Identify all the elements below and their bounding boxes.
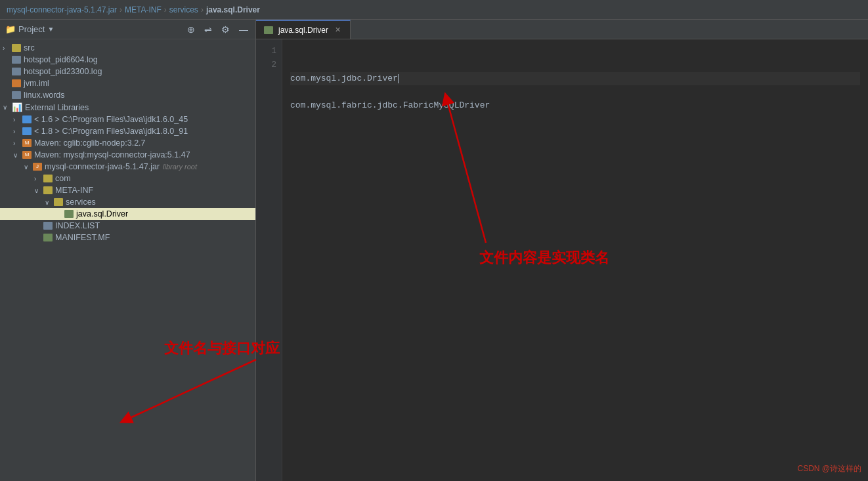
tree-item-jdk18[interactable]: › < 1.8 > C:\Program Files\Java\jdk1.8.0… — [0, 125, 255, 137]
driver-label: java.sql.Driver — [76, 209, 128, 219]
breadcrumb-current: java.sql.Driver — [206, 5, 260, 14]
linux-arrow — [3, 92, 12, 99]
line-num-1: 1 — [261, 45, 276, 58]
tab-file-icon — [264, 26, 273, 34]
tree-item-manifest[interactable]: MANIFEST.MF — [0, 232, 255, 243]
breadcrumb-sep-2: › — [164, 5, 167, 14]
sidebar-tree: › src hotspot_pid6604.log hotspot_pid233… — [0, 39, 255, 481]
jdk18-label: < 1.8 > C:\Program Files\Java\jdk1.8.0_9… — [34, 127, 188, 136]
tree-item-hotspot1[interactable]: hotspot_pid6604.log — [0, 54, 255, 66]
tree-item-maven-cglib[interactable]: › M Maven: cglib:cglib-nodep:3.2.7 — [0, 137, 255, 149]
jdk18-arrow: › — [13, 128, 22, 135]
add-panel-button[interactable]: ⊕ — [185, 24, 197, 35]
jdk16-label: < 1.6 > C:\Program Files\Java\jdk1.6.0_4… — [34, 115, 188, 124]
hotspot2-arrow — [3, 68, 12, 75]
tab-java-sql-driver[interactable]: java.sql.Driver ✕ — [256, 20, 351, 39]
driver-arrow — [55, 211, 64, 218]
project-panel-title[interactable]: 📁 Project ▼ — [5, 24, 54, 34]
jar-arrow: ∨ — [24, 163, 33, 171]
svc-arrow: ∨ — [45, 199, 54, 206]
tree-item-linux[interactable]: linux.words — [0, 89, 255, 101]
mysql-maven-arrow: ∨ — [13, 152, 22, 159]
tree-item-java-sql-driver[interactable]: java.sql.Driver — [0, 208, 255, 220]
breadcrumb-meta-inf[interactable]: META-INF — [125, 5, 162, 14]
jdk18-icon — [22, 127, 32, 135]
com-arrow: › — [34, 175, 43, 182]
com-label: com — [55, 174, 71, 183]
editor-area: java.sql.Driver ✕ 1 2 com.mysql.jdbc.Dri… — [256, 20, 868, 481]
tree-item-index-list[interactable]: INDEX.LIST — [0, 220, 255, 232]
minimize-button[interactable]: — — [237, 24, 250, 35]
line-num-2: 2 — [261, 58, 276, 72]
meta-arrow: ∨ — [34, 187, 43, 194]
tree-item-meta-inf[interactable]: ∨ META-INF — [0, 184, 255, 196]
cglib-maven-icon: M — [22, 139, 32, 147]
tree-item-hotspot2[interactable]: hotspot_pid23300.log — [0, 66, 255, 77]
mysql-maven-label: Maven: mysql:mysql-connector-java:5.1.47 — [34, 150, 190, 159]
cglib-label: Maven: cglib:cglib-nodep:3.2.7 — [34, 138, 146, 148]
settings-button[interactable]: ⚙ — [219, 24, 232, 35]
jar-icon: J — [33, 163, 42, 171]
jvm-icon — [12, 79, 21, 87]
driver-file-icon — [64, 210, 74, 218]
idx-arrow — [34, 222, 43, 230]
sidebar-header: 📁 Project ▼ ⊕ ⇌ ⚙ — — [0, 20, 255, 39]
src-label: src — [24, 43, 35, 52]
ext-libs-label: External Libraries — [25, 103, 89, 112]
sidebar: 📁 Project ▼ ⊕ ⇌ ⚙ — › src hots — [0, 20, 256, 481]
sidebar-folder-icon: 📁 — [5, 24, 16, 34]
linux-label: linux.words — [24, 91, 65, 100]
mf-arrow — [34, 234, 43, 241]
library-root-label: library root — [163, 163, 197, 171]
tree-item-ext-libs[interactable]: ∨ 📊 External Libraries — [0, 101, 255, 114]
tree-item-jvm[interactable]: jvm.iml — [0, 77, 255, 89]
tree-item-com[interactable]: › com — [0, 173, 255, 184]
line-numbers: 1 2 — [256, 39, 282, 481]
meta-icon — [43, 186, 53, 194]
svc-icon — [54, 198, 63, 206]
jdk16-arrow: › — [13, 116, 22, 123]
svc-label: services — [66, 198, 96, 207]
text-cursor — [398, 74, 399, 83]
tree-item-mysql-jar[interactable]: ∨ J mysql-connector-java-5.1.47.jar libr… — [0, 161, 255, 173]
idx-label: INDEX.LIST — [55, 221, 100, 230]
jvm-label: jvm.iml — [24, 79, 49, 88]
equalizer-button[interactable]: ⇌ — [202, 24, 214, 35]
breadcrumb-jar[interactable]: mysql-connector-java-5.1.47.jar — [7, 5, 117, 14]
code-line-2: com.mysql.fabric.jdbc.FabricMySQLDriver — [290, 99, 860, 113]
tree-item-jdk16[interactable]: › < 1.6 > C:\Program Files\Java\jdk1.6.0… — [0, 114, 255, 125]
sidebar-header-icons: ⊕ ⇌ ⚙ — — [185, 24, 250, 35]
mf-icon — [43, 234, 53, 241]
hotspot1-arrow — [3, 56, 12, 64]
tree-item-services[interactable]: ∨ services — [0, 196, 255, 208]
jar-label: mysql-connector-java-5.1.47.jar — [45, 162, 160, 171]
tree-item-src[interactable]: › src — [0, 42, 255, 54]
breadcrumb-services[interactable]: services — [169, 5, 198, 14]
idx-icon — [43, 222, 53, 230]
editor-code[interactable]: com.mysql.jdbc.Driver com.mysql.fabric.j… — [282, 39, 868, 481]
editor-content[interactable]: 1 2 com.mysql.jdbc.Driver com.mysql.fabr… — [256, 39, 868, 481]
sidebar-dropdown-arrow: ▼ — [47, 26, 54, 33]
tab-label: java.sql.Driver — [278, 26, 328, 35]
breadcrumb-sep-1: › — [119, 5, 122, 14]
hotspot2-label: hotspot_pid23300.log — [24, 67, 102, 76]
linux-icon — [12, 91, 21, 99]
csdn-watermark: CSDN @诗这样的 — [797, 463, 861, 474]
hotspot1-label: hotspot_pid6604.log — [24, 55, 98, 64]
com-icon — [43, 175, 53, 182]
sidebar-title-label: Project — [18, 24, 45, 34]
jvm-arrow — [3, 80, 12, 87]
editor-tabs: java.sql.Driver ✕ — [256, 20, 868, 39]
mysql-maven-icon: M — [22, 151, 32, 159]
jdk16-icon — [22, 115, 32, 123]
mf-label: MANIFEST.MF — [55, 233, 110, 242]
main-layout: 📁 Project ▼ ⊕ ⇌ ⚙ — › src hots — [0, 20, 868, 481]
tree-item-maven-mysql[interactable]: ∨ M Maven: mysql:mysql-connector-java:5.… — [0, 149, 255, 161]
tab-close-button[interactable]: ✕ — [334, 25, 342, 35]
code-line-1: com.mysql.jdbc.Driver — [290, 72, 860, 86]
meta-label: META-INF — [55, 186, 93, 195]
ext-libs-arrow: ∨ — [3, 104, 12, 111]
breadcrumb-sep-3: › — [201, 5, 204, 14]
hotspot2-icon — [12, 68, 21, 75]
breadcrumb-bar: mysql-connector-java-5.1.47.jar › META-I… — [0, 0, 868, 20]
